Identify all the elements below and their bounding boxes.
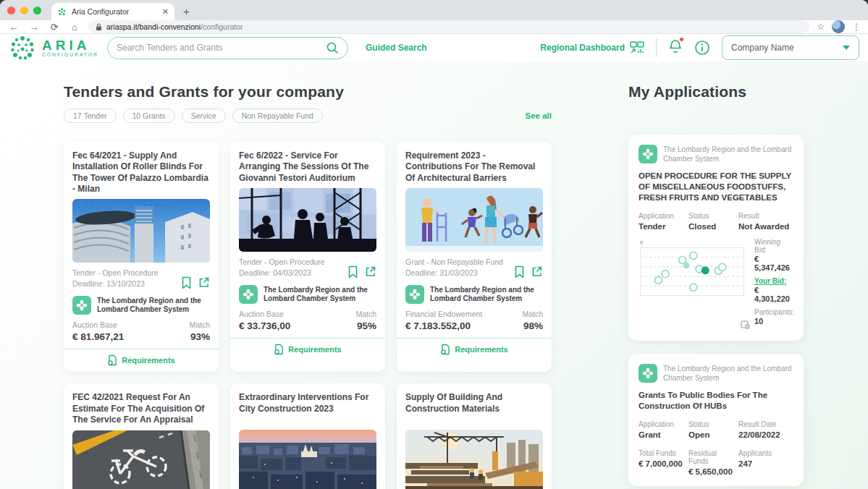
forward-icon[interactable]: → bbox=[28, 22, 41, 33]
winning-bid-value: € 5,347,426 bbox=[754, 255, 794, 272]
browser-profile-avatar[interactable] bbox=[832, 20, 845, 33]
external-link-icon[interactable] bbox=[531, 265, 543, 278]
field-value: Closed bbox=[688, 222, 738, 231]
card-image-scaffolding-silhouettes bbox=[239, 188, 376, 252]
chevron-down-icon bbox=[843, 46, 850, 50]
match-value: 93% bbox=[190, 331, 210, 342]
field-value: 247 bbox=[738, 459, 793, 468]
card-image-palazzo-lombardia bbox=[72, 199, 210, 263]
tender-deadline: Deadline: 31/03/2023 bbox=[405, 268, 503, 278]
browser-tab-active[interactable]: Aria Configurator ✕ bbox=[51, 3, 174, 20]
search-input[interactable] bbox=[117, 43, 326, 53]
browser-menu-icon[interactable]: ⋮ bbox=[852, 22, 861, 32]
requirements-icon bbox=[274, 344, 284, 355]
bookmark-icon[interactable] bbox=[181, 276, 192, 289]
browser-toolbar: ← → ⟳ ⌂ ariaspa.it/bandi-convenzioni/con… bbox=[0, 20, 868, 34]
tab-title: Aria Configurator bbox=[72, 7, 157, 16]
search-box[interactable] bbox=[107, 37, 348, 59]
company-select[interactable]: Company Name bbox=[722, 35, 859, 60]
card-image-bike-lane bbox=[72, 430, 210, 489]
notification-badge bbox=[679, 37, 684, 42]
field-label: Residual Funds bbox=[688, 449, 738, 465]
requirements-label: Requirements bbox=[455, 345, 507, 354]
requirements-label: Requirements bbox=[122, 356, 174, 365]
tender-card[interactable]: Extraordinary Interventions For City Con… bbox=[230, 383, 385, 489]
tender-deadline: Deadline: 13/10/2023 bbox=[72, 278, 158, 289]
amount-value: € 7.183.552,00 bbox=[405, 320, 471, 331]
external-link-icon[interactable] bbox=[364, 265, 376, 278]
org-name: The Lombardy Region and the Lombard Cham… bbox=[663, 145, 793, 163]
aria-logo[interactable]: ARIA CONFIGURATOR bbox=[9, 34, 103, 61]
back-icon[interactable]: ← bbox=[7, 22, 20, 33]
tab-close-icon[interactable]: ✕ bbox=[162, 7, 169, 17]
chip-tender-count[interactable]: 17 Tender bbox=[64, 109, 117, 123]
tender-card-title: Supply Of Building And Construction Mate… bbox=[405, 392, 543, 425]
amount-label: Financial Endowement bbox=[405, 310, 482, 318]
amount-value: € 33.736,00 bbox=[239, 320, 290, 331]
application-card[interactable]: The Lombardy Region and the Lombard Cham… bbox=[628, 135, 804, 341]
tender-card-title: Fec 6/2022 - Service For Arranging The S… bbox=[239, 150, 376, 184]
regional-dashboard-link[interactable]: Regional Dashboard bbox=[540, 41, 644, 54]
chip-non-repayable-fund[interactable]: Non Repayable Fund bbox=[232, 109, 323, 123]
your-bid-link[interactable]: Your Bid: bbox=[754, 277, 794, 285]
bid-point-open bbox=[719, 263, 726, 271]
org-name: The Lombardy Region and the Lombard Cham… bbox=[430, 286, 543, 304]
lombardy-region-logo bbox=[639, 364, 657, 383]
url-domain: ariaspa.it/bandi-convenzioni bbox=[106, 22, 201, 31]
field-label: Status bbox=[688, 212, 738, 220]
match-value: 98% bbox=[523, 320, 543, 331]
dashboard-icon bbox=[630, 41, 644, 54]
tender-type: Tender - Open Procedure bbox=[72, 268, 158, 278]
new-tab-button[interactable]: + bbox=[183, 3, 190, 20]
bid-point-open bbox=[655, 276, 662, 284]
org-name: The Lombardy Region and the Lombard Cham… bbox=[97, 297, 210, 315]
chip-grants-count[interactable]: 10 Grants bbox=[123, 109, 175, 123]
tender-card[interactable]: Supply Of Building And Construction Mate… bbox=[397, 383, 552, 489]
see-all-link[interactable]: See all bbox=[526, 111, 552, 120]
tender-card[interactable]: Fec 6/2022 - Service For Arranging The S… bbox=[230, 142, 385, 372]
info-icon[interactable] bbox=[694, 40, 710, 56]
logo-subtitle: CONFIGURATOR bbox=[42, 52, 98, 57]
maximize-window-button[interactable] bbox=[33, 7, 41, 14]
chip-service[interactable]: Service bbox=[182, 109, 226, 123]
tender-type: Tender - Open Procedure bbox=[239, 257, 324, 268]
bid-point-accent bbox=[701, 266, 709, 274]
requirements-button[interactable]: Requirements bbox=[230, 338, 385, 361]
close-window-button[interactable] bbox=[7, 7, 15, 14]
field-value: Tender bbox=[639, 222, 688, 231]
window-controls[interactable] bbox=[7, 0, 41, 20]
minimize-window-button[interactable] bbox=[20, 7, 28, 14]
external-link-icon[interactable] bbox=[198, 276, 210, 289]
bookmark-icon[interactable] bbox=[347, 265, 358, 278]
requirements-button[interactable]: Requirements bbox=[64, 349, 219, 372]
bookmark-icon[interactable] bbox=[514, 265, 525, 278]
address-bar[interactable]: ariaspa.it/bandi-convenzioni/configurato… bbox=[88, 20, 809, 33]
tender-card[interactable]: Requirement 2023 - Contributions For The… bbox=[397, 142, 552, 372]
requirements-label: Requirements bbox=[288, 345, 341, 354]
field-label: Status bbox=[688, 420, 738, 428]
aria-favicon bbox=[57, 7, 67, 17]
application-title: OPEN PROCEDURE FOR THE SUPPLY OF MISCELL… bbox=[639, 171, 793, 203]
bookmark-star-icon[interactable]: ☆ bbox=[817, 22, 825, 32]
tender-cards-grid: Fec 64/2021 - Supply And Installation Of… bbox=[64, 142, 552, 489]
tender-card[interactable]: FEC 42/2021 Request For An Estimate For … bbox=[64, 383, 219, 489]
field-value: € 7,000,000 bbox=[639, 459, 688, 468]
amount-label: Auction Base bbox=[239, 310, 284, 318]
tender-type: Grant - Non Repayable Fund bbox=[405, 257, 503, 268]
requirements-button[interactable]: Requirements bbox=[397, 338, 552, 361]
search-icon[interactable] bbox=[326, 41, 339, 54]
chart-settings-icon[interactable] bbox=[741, 320, 750, 329]
header-divider bbox=[656, 38, 657, 57]
reload-icon[interactable]: ⟳ bbox=[48, 22, 61, 33]
guided-search-link[interactable]: Guided Search bbox=[366, 43, 427, 53]
tender-card-title: Extraordinary Interventions For City Con… bbox=[239, 392, 376, 425]
requirements-icon bbox=[107, 354, 117, 366]
field-value: Not Awarded bbox=[738, 222, 793, 231]
match-label: Match bbox=[522, 310, 543, 318]
home-icon[interactable]: ⌂ bbox=[68, 22, 81, 33]
notifications-button[interactable] bbox=[668, 38, 683, 57]
application-card[interactable]: The Lombardy Region and the Lombard Cham… bbox=[628, 354, 804, 486]
match-label: Match bbox=[355, 310, 376, 318]
tender-card[interactable]: Fec 64/2021 - Supply And Installation Of… bbox=[64, 142, 219, 372]
bid-point-open bbox=[690, 252, 697, 259]
